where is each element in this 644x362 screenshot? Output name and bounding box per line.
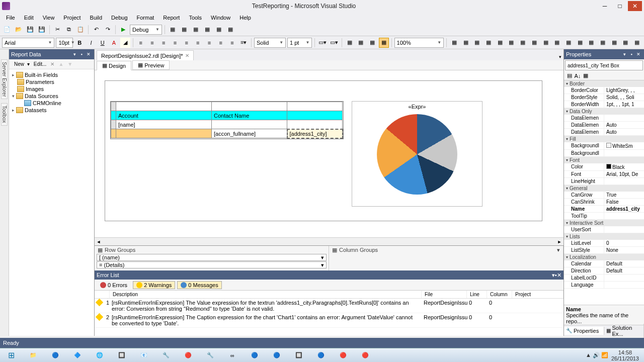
edit-button[interactable]: Edit... (32, 61, 48, 67)
vs-app[interactable]: ∞ (223, 349, 242, 361)
prop-category[interactable]: ▾ General (564, 185, 644, 192)
app13[interactable]: 🔲 (290, 349, 308, 361)
prop-row[interactable]: LabelLocID (564, 275, 644, 282)
app3[interactable]: 🔷 (68, 349, 87, 361)
row-group-details[interactable]: = (Details)▾ (97, 261, 327, 268)
maximize-button[interactable]: □ (613, 1, 627, 11)
prop-row[interactable]: BackgroundI (564, 150, 644, 157)
tablix[interactable]: Account Contact Name [name] [accon_fulln… (110, 101, 344, 139)
col-handle-3[interactable] (287, 102, 343, 111)
down-button[interactable]: ▼ (66, 61, 74, 67)
groups-dropdown-icon[interactable]: ▾ (557, 247, 560, 253)
align-right-button[interactable]: ≡ (158, 38, 169, 48)
border-preset-button[interactable]: ▭▾ (329, 38, 339, 48)
layout-g[interactable]: ▦ (518, 38, 528, 48)
cell-city-selected[interactable]: [address1_city] (287, 129, 343, 138)
prop-row[interactable]: Nameaddress1_city (564, 206, 644, 213)
delete-button[interactable]: ✕ (49, 61, 56, 67)
scroll-left-icon[interactable]: ◄ (95, 239, 103, 244)
system-tray[interactable]: ▲ 🔊 📶 14:58 26/11/2013 (586, 349, 642, 361)
menu-help[interactable]: Help (235, 14, 255, 22)
app9[interactable]: 🔧 (201, 349, 219, 361)
layout-q[interactable]: ▦ (632, 38, 642, 48)
layout-a[interactable]: ▦ (449, 38, 459, 48)
layout-d[interactable]: ▦ (484, 38, 494, 48)
header-contact[interactable]: Contact Name (212, 111, 287, 120)
prop-category[interactable]: ▾ Font (564, 157, 644, 163)
indent-button[interactable]: ≡ (216, 38, 226, 48)
app11[interactable]: 🔵 (246, 349, 264, 361)
header-blank[interactable] (95, 291, 110, 298)
close-button[interactable]: ✕ (628, 1, 642, 11)
error-row[interactable]: 1 [rsRuntimeErrorInExpression] The Value… (95, 299, 564, 313)
layout-o[interactable]: ▦ (609, 38, 619, 48)
server-explorer-tab[interactable]: Server Explorer (1, 59, 8, 99)
layout-h[interactable]: ▦ (529, 38, 539, 48)
error-row[interactable]: 2 [rsRuntimeErrorInExpression] The Capti… (95, 313, 564, 328)
numbered-list-button[interactable]: ≡ (182, 38, 192, 48)
property-pages-button[interactable]: ▦ (582, 72, 589, 79)
menu-report[interactable]: Report (159, 14, 184, 22)
tree-data-sources[interactable]: ▾Data Sources (10, 93, 93, 100)
menu-window[interactable]: Window (207, 14, 234, 22)
prop-row[interactable]: DataElemenAuto (564, 122, 644, 129)
cell-r2c1[interactable] (116, 129, 212, 138)
tool-d[interactable]: ▦ (202, 25, 212, 35)
layout-c[interactable]: ▦ (472, 38, 482, 48)
border-width-combo[interactable]: 1 pt▼ (287, 38, 312, 48)
row-handle-hdr[interactable] (111, 111, 116, 120)
app12[interactable]: 🔵 (268, 349, 286, 361)
prop-close-icon[interactable]: ✕ (635, 52, 642, 57)
warnings-filter[interactable]: 2 Warnings (133, 281, 175, 289)
merge-d[interactable]: ▦ (379, 38, 389, 48)
cell-r1c3[interactable] (287, 120, 343, 129)
menu-debug[interactable]: Debug (107, 14, 131, 22)
layout-b[interactable]: ▦ (461, 38, 471, 48)
layout-p[interactable]: ▦ (621, 38, 631, 48)
layout-i[interactable]: ▦ (541, 38, 551, 48)
prop-row[interactable]: DirectionDefault (564, 267, 644, 275)
app7[interactable]: 🔧 (157, 349, 175, 361)
outdent-button[interactable]: ≡ (204, 38, 214, 48)
col-handle-2[interactable] (212, 102, 287, 111)
messages-filter[interactable]: 0 Messages (177, 281, 221, 289)
header-column[interactable]: Column (487, 291, 512, 298)
tree-images[interactable]: Images (10, 85, 93, 93)
layout-m[interactable]: ▦ (587, 38, 597, 48)
header-description[interactable]: Description (110, 291, 422, 298)
header-account[interactable]: Account (116, 111, 212, 120)
app8[interactable]: 🔴 (179, 349, 197, 361)
open-button[interactable]: 📂 (14, 25, 24, 35)
cell-fullname[interactable]: [accon_fullname] (212, 129, 287, 138)
prop-row[interactable]: BackgroundIWhiteSm (564, 142, 644, 150)
prop-row[interactable]: LineHeight (564, 178, 644, 185)
categorize-button[interactable]: ▤ (566, 72, 573, 79)
prop-category[interactable]: ▾ Localization (564, 254, 644, 260)
tool-f[interactable]: ▦ (225, 25, 235, 35)
minimize-button[interactable]: ─ (598, 1, 612, 11)
prop-row[interactable]: ToolTip (564, 213, 644, 220)
prop-row[interactable]: ListStyleNone (564, 247, 644, 254)
layout-j[interactable]: ▦ (552, 38, 562, 48)
cut-button[interactable]: ✂ (52, 25, 62, 35)
preview-tab[interactable]: ▦Preview (132, 60, 170, 70)
undo-button[interactable]: ↶ (91, 25, 101, 35)
menu-project[interactable]: Project (59, 14, 85, 22)
underline-button[interactable]: U (98, 38, 108, 48)
bullet-list-button[interactable]: ≡ (193, 38, 203, 48)
panel-pin-icon[interactable]: ▪ (78, 52, 85, 57)
prop-category[interactable]: ▾ Lists (564, 233, 644, 240)
menu-view[interactable]: View (39, 14, 59, 22)
tree-parameters[interactable]: Parameters (10, 78, 93, 85)
prop-row[interactable]: Language (564, 282, 644, 289)
explorer-app[interactable]: 📁 (24, 349, 42, 361)
italic-button[interactable]: I (86, 38, 96, 48)
tree-builtin-fields[interactable]: ▸Built-in Fields (10, 71, 93, 78)
chrome-app[interactable]: 🔴 (334, 349, 352, 361)
tree-datasets[interactable]: ▸Datasets (10, 107, 93, 114)
menu-build[interactable]: Build (86, 14, 106, 22)
prop-category[interactable]: ▾ Fill (564, 136, 644, 142)
tool-b[interactable]: ▦ (179, 25, 189, 35)
redo-button[interactable]: ↷ (103, 25, 113, 35)
paste-button[interactable]: 📋 (75, 25, 86, 35)
